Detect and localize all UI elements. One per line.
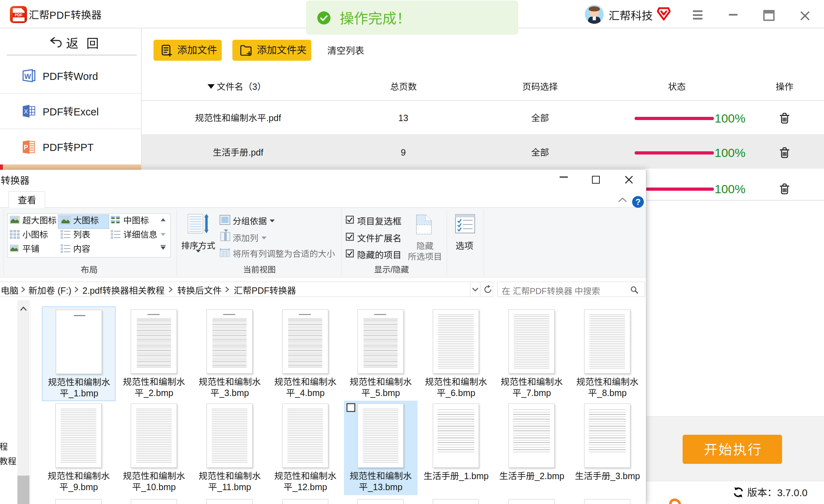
svg-text:X: X <box>24 108 28 115</box>
svg-text:P: P <box>24 144 28 151</box>
svg-text:W: W <box>25 72 31 80</box>
